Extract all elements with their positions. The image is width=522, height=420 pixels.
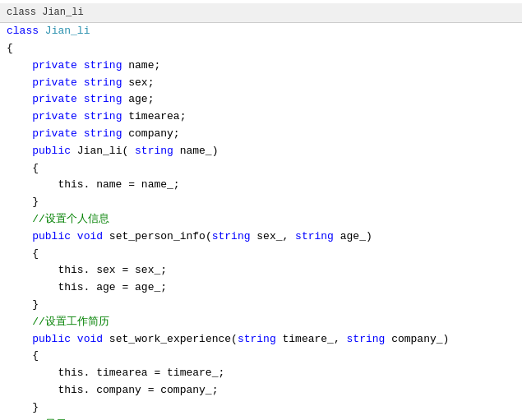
- code-line: private string sex;: [0, 75, 522, 92]
- code-token: string: [295, 228, 334, 246]
- code-line: this. timearea = timeare_;: [0, 365, 522, 382]
- code-line: //设置工作简历: [0, 314, 522, 331]
- code-token: company_): [385, 331, 449, 348]
- code-token: string: [84, 75, 122, 92]
- code-line: this. sex = sex_;: [0, 262, 522, 279]
- code-token: name;: [122, 58, 160, 75]
- code-token: void: [77, 228, 103, 246]
- code-token: this. timearea = timeare_;: [7, 365, 224, 382]
- title-text: class Jian_li: [7, 5, 84, 21]
- code-token: this. age = age_;: [7, 279, 167, 297]
- code-token: public: [32, 143, 71, 160]
- code-token: [7, 108, 32, 126]
- code-token: public: [32, 228, 71, 246]
- code-line: //设置个人信息: [0, 211, 522, 228]
- code-line: {: [0, 160, 522, 178]
- code-token: string: [84, 58, 122, 75]
- code-token: timearea;: [122, 108, 186, 126]
- code-token: [7, 143, 32, 160]
- code-token: private: [32, 75, 77, 92]
- code-token: [71, 331, 77, 348]
- code-token: private: [32, 91, 77, 108]
- title-bar: class Jian_li: [0, 3, 522, 23]
- code-token: //设置个人信息: [7, 211, 109, 228]
- code-token: class: [7, 23, 39, 40]
- code-line: }: [0, 194, 522, 211]
- code-token: {: [7, 348, 39, 365]
- code-token: sex_,: [251, 228, 296, 246]
- code-token: string: [84, 126, 122, 143]
- code-token: string: [84, 108, 122, 126]
- code-token: void: [77, 331, 103, 348]
- code-token: private: [32, 108, 77, 126]
- code-line: this. company = company_;: [0, 382, 522, 399]
- code-token: [77, 91, 84, 108]
- code-token: this. company = company_;: [7, 382, 218, 399]
- code-token: Jian_li: [45, 23, 90, 40]
- code-token: {: [7, 160, 39, 178]
- code-token: [7, 91, 32, 108]
- code-line: this. name = name_;: [0, 177, 522, 194]
- code-token: [71, 228, 77, 246]
- code-token: [7, 126, 32, 143]
- code-token: [7, 75, 32, 92]
- code-token: }: [7, 194, 39, 211]
- code-token: public: [32, 331, 71, 348]
- code-token: set_work_experience(: [103, 331, 238, 348]
- code-line: private string name;: [0, 58, 522, 75]
- code-token: this. sex = sex_;: [7, 262, 167, 279]
- code-token: company;: [122, 126, 179, 143]
- code-token: //显示: [7, 417, 67, 420]
- code-token: //设置工作简历: [7, 314, 109, 331]
- code-editor: class Jian_li class Jian_li{ private str…: [0, 0, 522, 420]
- code-token: string: [347, 331, 386, 348]
- code-token: Jian_li(: [71, 143, 135, 160]
- code-token: [77, 126, 84, 143]
- code-token: }: [7, 297, 39, 314]
- code-line: public void set_person_info(string sex_,…: [0, 228, 522, 246]
- code-token: [7, 228, 32, 246]
- code-token: this. name = name_;: [7, 177, 180, 194]
- code-line: {: [0, 246, 522, 263]
- code-line: private string company;: [0, 126, 522, 143]
- code-line: public void set_work_experience(string t…: [0, 331, 522, 348]
- code-token: string: [212, 228, 251, 246]
- code-token: [77, 58, 84, 75]
- code-token: [7, 58, 32, 75]
- code-token: timeare_,: [276, 331, 347, 348]
- code-line: }: [0, 399, 522, 417]
- code-token: string: [135, 143, 173, 160]
- code-token: age;: [122, 91, 154, 108]
- code-line: this. age = age_;: [0, 279, 522, 297]
- code-line: class Jian_li: [0, 23, 522, 40]
- code-token: [39, 23, 45, 40]
- code-token: {: [7, 40, 13, 58]
- code-token: age_): [334, 228, 372, 246]
- code-line: private string age;: [0, 91, 522, 108]
- code-line: private string timearea;: [0, 108, 522, 126]
- code-line: {: [0, 348, 522, 365]
- code-line: {: [0, 40, 522, 58]
- code-token: private: [32, 58, 77, 75]
- code-token: private: [32, 126, 77, 143]
- code-token: }: [7, 399, 39, 417]
- code-token: [77, 108, 84, 126]
- code-lines: class Jian_li{ private string name; priv…: [0, 23, 522, 420]
- code-token: {: [7, 246, 39, 263]
- code-line: }: [0, 297, 522, 314]
- code-line: public Jian_li( string name_): [0, 143, 522, 160]
- code-line: //显示: [0, 417, 522, 420]
- code-token: set_person_info(: [103, 228, 212, 246]
- code-token: [77, 75, 84, 92]
- code-token: sex;: [122, 75, 154, 92]
- code-token: string: [238, 331, 276, 348]
- code-token: name_): [173, 143, 219, 160]
- code-token: [7, 331, 32, 348]
- code-token: string: [84, 91, 122, 108]
